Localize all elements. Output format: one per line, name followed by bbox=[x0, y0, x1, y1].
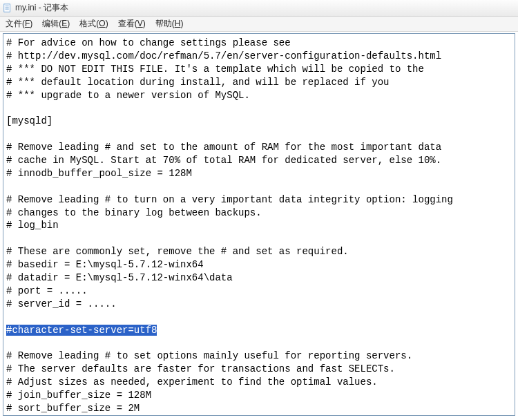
text-line: # The server defaults are faster for tra… bbox=[6, 363, 395, 374]
text-line: # Adjust sizes as needed, experiment to … bbox=[6, 376, 378, 388]
text-line: [mysqld] bbox=[6, 115, 52, 126]
text-line: # These are commonly set, remove the # a… bbox=[6, 246, 349, 257]
text-line: # log_bin bbox=[6, 220, 59, 231]
menubar: 文件(F) 编辑(E) 格式(O) 查看(V) 帮助(H) bbox=[0, 17, 518, 32]
text-line: # sort_buffer_size = 2M bbox=[6, 403, 140, 414]
text-line: # For advice on how to change settings p… bbox=[6, 37, 291, 48]
text-line: # *** upgrade to a newer version of MySQ… bbox=[6, 90, 250, 101]
selected-text: #character-set-server=utf8 bbox=[6, 325, 157, 336]
text-line: # cache in MySQL. Start at 70% of total … bbox=[6, 155, 441, 166]
text-line: # server_id = ..... bbox=[6, 298, 117, 309]
text-line: # *** DO NOT EDIT THIS FILE. It's a temp… bbox=[6, 64, 424, 75]
text-line: # join_buffer_size = 128M bbox=[6, 390, 151, 401]
titlebar: my.ini - 记事本 bbox=[0, 0, 518, 17]
text-line: # basedir = E:\mysql-5.7.12-winx64 bbox=[6, 259, 204, 270]
window-title: my.ini - 记事本 bbox=[15, 2, 68, 14]
menu-help[interactable]: 帮助(H) bbox=[155, 18, 184, 30]
menu-file[interactable]: 文件(F) bbox=[6, 18, 32, 30]
menu-edit[interactable]: 编辑(E) bbox=[42, 18, 70, 30]
notepad-icon bbox=[3, 3, 12, 13]
menu-view[interactable]: 查看(V) bbox=[118, 18, 146, 30]
text-line: # Remove leading # and set to the amount… bbox=[6, 142, 441, 153]
menu-format[interactable]: 格式(O) bbox=[79, 18, 108, 30]
text-line: # Remove leading # to turn on a very imp… bbox=[6, 194, 453, 205]
text-editor[interactable]: # For advice on how to change settings p… bbox=[3, 34, 515, 416]
text-line: # port = ..... bbox=[6, 285, 88, 296]
text-line: # innodb_buffer_pool_size = 128M bbox=[6, 168, 192, 179]
text-line: # *** default location during install, a… bbox=[6, 77, 390, 88]
editor-viewport[interactable]: # For advice on how to change settings p… bbox=[3, 33, 515, 416]
text-line: # changes to the binary log between back… bbox=[6, 207, 262, 218]
text-line: # Remove leading # to set options mainly… bbox=[6, 350, 412, 361]
text-line: # datadir = E:\mysql-5.7.12-winx64\data bbox=[6, 272, 233, 283]
text-line: # http://dev.mysql.com/doc/refman/5.7/en… bbox=[6, 50, 441, 61]
